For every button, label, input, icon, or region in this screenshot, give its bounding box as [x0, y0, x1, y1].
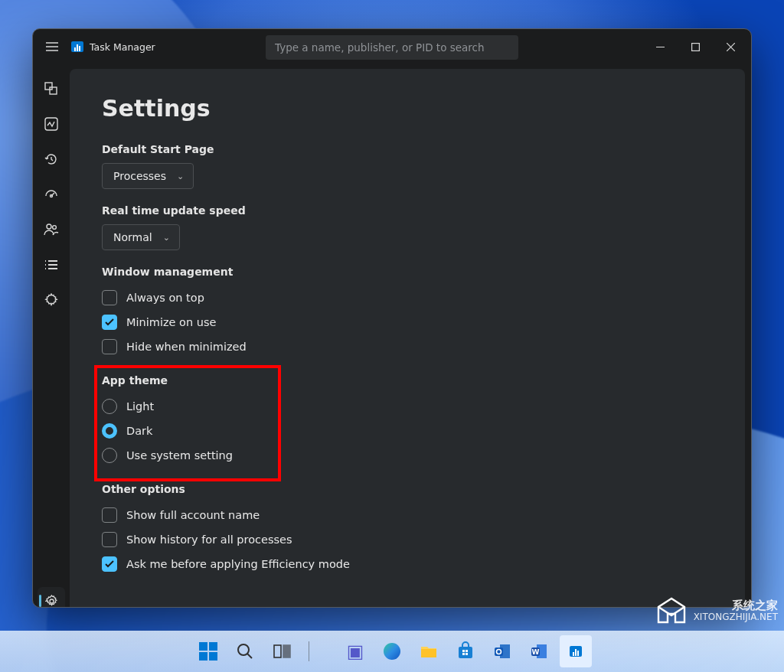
taskbar-word-icon[interactable]: W	[523, 635, 555, 667]
svg-text:W: W	[532, 648, 540, 656]
svg-point-5	[47, 224, 51, 229]
update-speed-dropdown[interactable]: Normal ⌄	[102, 224, 180, 250]
taskbar-chat-icon[interactable]: ▣	[339, 635, 371, 667]
nav-sidebar	[33, 64, 70, 608]
taskbar-task-view-icon[interactable]	[266, 635, 298, 667]
nav-settings-icon[interactable]	[38, 587, 65, 608]
watermark-url: XITONGZHIJIA.NET	[694, 612, 778, 622]
nav-startup-icon[interactable]	[36, 181, 67, 208]
svg-point-12	[384, 643, 400, 660]
task-manager-icon	[71, 41, 83, 52]
svg-rect-16	[466, 650, 468, 652]
app-theme-label: App theme	[102, 374, 713, 387]
taskbar-separator	[302, 635, 335, 667]
taskbar-explorer-icon[interactable]	[413, 635, 445, 667]
full-account-checkbox[interactable]: Show full account name	[102, 503, 713, 527]
settings-page: Settings Default Start Page Processes ⌄ …	[70, 69, 745, 608]
svg-rect-1	[45, 83, 52, 90]
app-title: Task Manager	[71, 41, 155, 53]
maximize-button[interactable]	[678, 35, 713, 58]
start-page-value: Processes	[113, 170, 166, 182]
nav-processes-icon[interactable]	[36, 75, 67, 103]
svg-rect-2	[50, 87, 57, 94]
ask-efficiency-checkbox[interactable]: Ask me before applying Efficiency mode	[102, 552, 713, 576]
update-speed-value: Normal	[113, 231, 152, 243]
always-on-top-checkbox[interactable]: Always on top	[102, 285, 713, 310]
theme-dark-radio[interactable]: Dark	[102, 419, 713, 443]
app-title-text: Task Manager	[90, 41, 155, 53]
taskbar-taskmanager-icon[interactable]	[560, 635, 592, 667]
taskbar-store-icon[interactable]	[449, 635, 482, 667]
svg-rect-9	[274, 645, 281, 657]
svg-rect-18	[466, 653, 468, 655]
watermark: 系统之家 XITONGZHIJIA.NET	[655, 595, 778, 626]
nav-users-icon[interactable]	[36, 216, 67, 243]
taskbar-edge-icon[interactable]	[376, 635, 408, 667]
nav-performance-icon[interactable]	[36, 110, 67, 138]
nav-services-icon[interactable]	[36, 286, 67, 314]
chevron-down-icon: ⌄	[177, 171, 184, 181]
start-page-label: Default Start Page	[102, 143, 713, 155]
svg-rect-11	[309, 641, 309, 661]
other-options-label: Other options	[102, 483, 713, 495]
minimize-button[interactable]	[642, 35, 678, 58]
taskbar-search-icon[interactable]	[229, 635, 261, 667]
titlebar: Task Manager	[33, 29, 751, 64]
svg-point-8	[238, 644, 249, 655]
search-input[interactable]	[266, 35, 518, 60]
update-speed-label: Real time update speed	[102, 204, 713, 217]
svg-rect-14	[459, 647, 472, 658]
svg-point-7	[50, 599, 54, 603]
taskbar: ▣ W	[0, 631, 784, 672]
theme-light-radio[interactable]: Light	[102, 394, 713, 419]
page-title: Settings	[102, 95, 713, 122]
history-all-checkbox[interactable]: Show history for all processes	[102, 527, 713, 552]
svg-rect-10	[283, 645, 290, 657]
taskbar-outlook-icon[interactable]	[486, 635, 518, 667]
start-page-dropdown[interactable]: Processes ⌄	[102, 163, 194, 189]
svg-rect-17	[462, 653, 465, 655]
start-button[interactable]	[192, 635, 224, 667]
task-manager-window: Task Manager Settings Default Start Page	[32, 28, 752, 608]
watermark-zh: 系统之家	[694, 599, 778, 612]
nav-app-history-icon[interactable]	[36, 145, 67, 173]
hide-minimized-checkbox[interactable]: Hide when minimized	[102, 334, 713, 359]
minimize-on-use-checkbox[interactable]: Minimize on use	[102, 310, 713, 334]
svg-rect-15	[462, 650, 465, 652]
svg-point-6	[53, 226, 57, 230]
chevron-down-icon: ⌄	[163, 233, 170, 243]
close-button[interactable]	[713, 35, 748, 58]
svg-rect-20	[495, 648, 503, 656]
svg-rect-0	[691, 43, 699, 51]
hamburger-menu-button[interactable]	[36, 29, 68, 64]
window-mgmt-label: Window management	[102, 266, 713, 278]
nav-details-icon[interactable]	[36, 251, 67, 279]
svg-rect-13	[421, 649, 436, 657]
theme-system-radio[interactable]: Use system setting	[102, 443, 713, 468]
